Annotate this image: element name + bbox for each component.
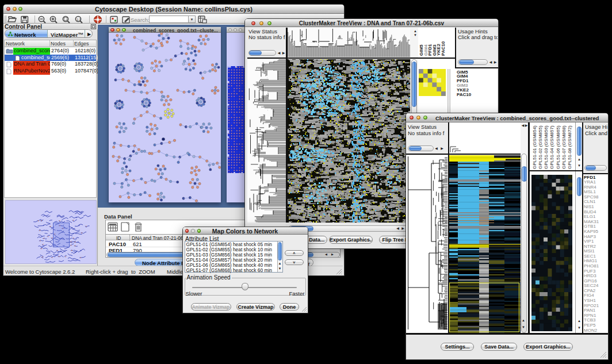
svg-text:1:1: 1:1 <box>76 18 81 21</box>
